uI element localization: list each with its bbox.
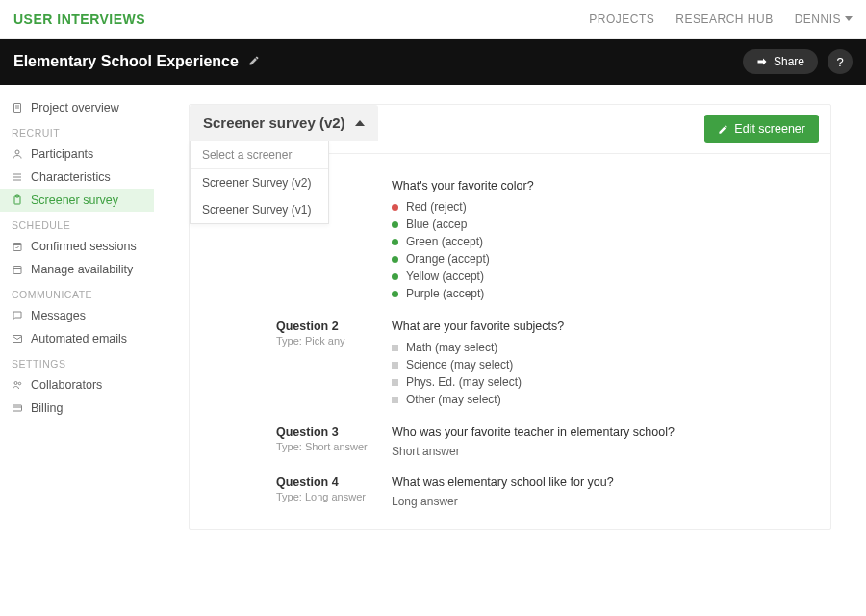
project-title: Elementary School Experience — [13, 53, 239, 70]
edit-title-button[interactable] — [248, 55, 260, 69]
people-icon — [12, 379, 23, 391]
svg-rect-11 — [13, 267, 21, 274]
sidebar-heading-communicate: COMMUNICATE — [0, 281, 154, 304]
question-number: Question 4 — [276, 475, 372, 489]
top-nav: USER INTERVIEWS PROJECTS RESEARCH HUB DE… — [0, 0, 866, 38]
sidebar-item-characteristics[interactable]: Characteristics — [0, 166, 154, 189]
brand-logo[interactable]: USER INTERVIEWS — [13, 12, 145, 27]
accept-dot-icon — [392, 256, 398, 263]
sidebar-item-confirmed[interactable]: Confirmed sessions — [0, 235, 154, 258]
option: Science (may select) — [392, 356, 830, 373]
question-number: Question 3 — [276, 425, 372, 439]
accept-dot-icon — [392, 291, 398, 297]
sidebar-item-label: Participants — [31, 147, 93, 161]
screener-card: Screener survey (v2) Select a screener S… — [189, 104, 831, 530]
person-icon — [12, 148, 23, 160]
dropdown-option-v2[interactable]: Screener Survey (v2) — [191, 169, 328, 196]
question-prompt: What are your favorite subjects? — [392, 320, 830, 333]
option: Green (accept) — [392, 233, 830, 250]
sidebar-item-participants[interactable]: Participants — [0, 142, 154, 166]
sidebar-item-availability[interactable]: Manage availability — [0, 258, 154, 281]
caret-up-icon — [355, 120, 365, 126]
caret-down-icon — [845, 16, 853, 21]
svg-point-3 — [15, 150, 19, 154]
option: Orange (accept) — [392, 250, 830, 268]
sidebar-item-screener[interactable]: Screener survey — [0, 189, 154, 212]
sidebar-heading-recruit: RECRUIT — [0, 119, 154, 142]
main-content: Screener survey (v2) Select a screener S… — [154, 85, 866, 616]
checkbox-icon — [392, 379, 398, 386]
question-type: Type: Pick any — [276, 335, 372, 346]
question-row-2: Question 2 Type: Pick any What are your … — [190, 306, 830, 412]
sidebar-item-label: Billing — [31, 401, 63, 415]
question-number: Question 2 — [276, 320, 372, 333]
edit-screener-button[interactable]: Edit screener — [704, 115, 819, 143]
question-type: Type: Long answer — [276, 491, 372, 502]
edit-screener-label: Edit screener — [734, 122, 805, 136]
option: Purple (accept) — [392, 285, 830, 302]
nav-user-name: DENNIS — [795, 13, 841, 26]
accept-dot-icon — [392, 221, 398, 228]
calendar-icon — [12, 264, 23, 275]
chat-icon — [12, 310, 23, 321]
dropdown-menu: Select a screener Screener Survey (v2) S… — [190, 141, 329, 224]
sidebar-item-billing[interactable]: Billing — [0, 397, 154, 420]
question-prompt: What was elementary school like for you? — [392, 475, 830, 489]
question-prompt: Who was your favorite teacher in element… — [392, 425, 830, 439]
sidebar-heading-schedule: SCHEDULE — [0, 212, 154, 235]
svg-point-14 — [14, 382, 17, 385]
sidebar: Project overview RECRUIT Participants Ch… — [0, 85, 154, 616]
option: Blue (accep — [392, 216, 830, 233]
reject-dot-icon — [392, 204, 398, 211]
help-button[interactable]: ? — [828, 49, 853, 74]
checkbox-icon — [392, 345, 398, 351]
sidebar-item-label: Collaborators — [31, 378, 102, 392]
dropdown-option-v1[interactable]: Screener Survey (v1) — [191, 196, 328, 223]
sidebar-item-label: Messages — [31, 309, 86, 322]
nav-user-menu[interactable]: DENNIS — [795, 13, 853, 26]
svg-point-15 — [18, 382, 21, 385]
question-row-4: Question 4 Type: Long answer What was el… — [190, 462, 830, 512]
accept-dot-icon — [392, 239, 398, 245]
question-row-3: Question 3 Type: Short answer Who was yo… — [190, 412, 830, 462]
answer-type: Long answer — [392, 495, 830, 508]
option: Other (may select) — [392, 391, 830, 408]
project-bar: Elementary School Experience Share ? — [0, 38, 866, 85]
pencil-icon — [718, 124, 728, 135]
nav-projects[interactable]: PROJECTS — [589, 13, 654, 26]
option: Phys. Ed. (may select) — [392, 373, 830, 391]
sidebar-item-messages[interactable]: Messages — [0, 304, 154, 327]
dropdown-selected: Screener survey (v2) — [203, 115, 345, 131]
list-icon — [12, 171, 23, 183]
sidebar-item-label: Characteristics — [31, 170, 111, 184]
checkbox-icon — [392, 362, 398, 369]
clipboard-icon — [12, 194, 23, 206]
answer-type: Short answer — [392, 445, 830, 458]
sidebar-heading-settings: SETTINGS — [0, 350, 154, 373]
pencil-icon — [248, 55, 260, 66]
sidebar-item-collaborators[interactable]: Collaborators — [0, 373, 154, 397]
share-button[interactable]: Share — [743, 49, 818, 74]
question-prompt: What's your favorite color? — [392, 179, 830, 192]
accept-dot-icon — [392, 273, 398, 280]
sidebar-item-label: Manage availability — [31, 263, 133, 276]
share-label: Share — [774, 55, 804, 68]
sidebar-item-label: Project overview — [31, 101, 119, 115]
sidebar-item-label: Automated emails — [31, 332, 127, 346]
svg-rect-9 — [13, 244, 21, 251]
checkbox-icon — [392, 397, 398, 403]
nav-research-hub[interactable]: RESEARCH HUB — [675, 13, 773, 26]
share-icon — [756, 56, 768, 67]
document-icon — [12, 102, 23, 114]
calendar-check-icon — [12, 241, 23, 252]
sidebar-item-emails[interactable]: Automated emails — [0, 327, 154, 350]
sidebar-item-label: Screener survey — [31, 193, 118, 207]
credit-card-icon — [12, 402, 23, 414]
svg-rect-16 — [13, 405, 22, 411]
option: Red (reject) — [392, 198, 830, 216]
screener-version-dropdown[interactable]: Screener survey (v2) Select a screener S… — [190, 105, 378, 141]
sidebar-item-label: Confirmed sessions — [31, 240, 137, 253]
option: Yellow (accept) — [392, 268, 830, 285]
mail-icon — [12, 333, 23, 345]
sidebar-item-overview[interactable]: Project overview — [0, 96, 154, 119]
